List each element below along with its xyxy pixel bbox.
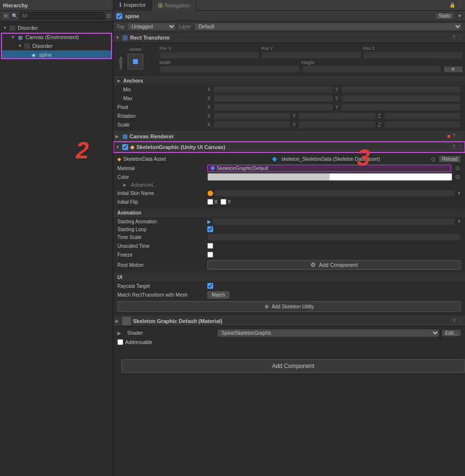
- rotation-xyz-group: X 0 Y 0 Z 0: [207, 112, 461, 120]
- skeleton-help-icon[interactable]: ?: [452, 144, 455, 150]
- flip-x-label[interactable]: X: [207, 199, 218, 205]
- skeleton-graphic-header[interactable]: ▼ ◆ SkeletonGraphic (Unity UI Canvas) ? …: [113, 142, 465, 152]
- unscaled-time-row: Unscaled Time: [113, 241, 465, 250]
- skeleton-material-header[interactable]: ▶ Skeleton Graphic Default (Material) ? …: [113, 316, 465, 326]
- list-item[interactable]: ▼ ⬛ Disorder: [1, 42, 112, 50]
- material-menu-icon[interactable]: ⋮: [458, 318, 463, 324]
- initial-skin-input[interactable]: default: [214, 190, 455, 197]
- color-swatch[interactable]: [207, 173, 452, 181]
- layer-select[interactable]: Default: [194, 22, 462, 31]
- flip-y-checkbox[interactable]: [221, 199, 226, 205]
- canvas-renderer-menu-icon[interactable]: ⋮: [458, 133, 463, 139]
- add-component-button[interactable]: Add Component: [121, 359, 465, 373]
- rect-transform-menu-icon[interactable]: ⋮: [458, 35, 463, 40]
- anchor-widget[interactable]: [128, 54, 143, 69]
- flip-y-label[interactable]: Y: [221, 199, 231, 205]
- pivot-label: Pivot: [117, 105, 205, 110]
- rotation-y-input[interactable]: 0: [298, 112, 376, 120]
- rotation-z-field: Z 0: [378, 112, 461, 120]
- hierarchy-panel: Hierarchy ⋮ + 🔍 ☰ ▼ ⬛ Disorder ▼ ▦ Canva…: [0, 0, 113, 476]
- list-item[interactable]: ▼ ▦ Canvas (Environment): [1, 33, 112, 42]
- rotation-x-input[interactable]: 0: [213, 112, 290, 120]
- pivot-x-field: X 0.5: [207, 104, 333, 111]
- blueprint-btn[interactable]: R: [443, 66, 463, 73]
- edit-shader-btn[interactable]: Edit...: [442, 329, 461, 337]
- addressable-checkbox[interactable]: [117, 339, 123, 345]
- tab-inspector[interactable]: ℹ Inspector: [113, 0, 152, 11]
- pos-x-input[interactable]: 0: [159, 51, 259, 59]
- ui-section: UI: [113, 273, 465, 281]
- hierarchy-menu-icon[interactable]: ⋮: [105, 2, 110, 8]
- pivot-row: Pivot X 0.5 Y 0.5: [113, 103, 465, 111]
- material-help-icon[interactable]: ?: [452, 318, 455, 324]
- scale-x-input[interactable]: 0.95: [213, 121, 290, 129]
- height-input[interactable]: 160: [302, 65, 442, 73]
- shader-select[interactable]: Spine/SkeletonGraphic: [217, 329, 440, 337]
- starting-loop-label: Starting Loop: [117, 227, 205, 232]
- object-enabled-checkbox[interactable]: [116, 13, 122, 19]
- pivot-xy-group: X 0.5 Y 0.5: [207, 104, 461, 111]
- skeleton-title: SkeletonGraphic (Unity UI Canvas): [136, 144, 450, 150]
- canvas-renderer-header[interactable]: ▶ ▦ Canvas Renderer ? ⋮: [113, 131, 465, 142]
- list-item[interactable]: ▼ ⬛ Disorder: [0, 23, 113, 32]
- inspector-lock-icon[interactable]: 🔒: [449, 2, 455, 8]
- material-field[interactable]: SkeletonGraphicDefault: [207, 165, 451, 172]
- rect-transform-header[interactable]: ▼ ⊞ Rect Transform ? ⋮: [113, 32, 465, 43]
- flip-x-checkbox[interactable]: [207, 199, 213, 205]
- advanced-row[interactable]: ▶ Advanced...: [113, 181, 465, 189]
- rect-transform-help-icon[interactable]: ?: [452, 35, 455, 40]
- skeleton-enabled-checkbox[interactable]: [122, 144, 128, 150]
- pos-z-input[interactable]: 0: [363, 51, 463, 59]
- static-badge[interactable]: Static: [435, 12, 454, 20]
- starting-loop-checkbox[interactable]: [207, 226, 213, 232]
- time-scale-row: Time Scale 1: [113, 233, 465, 241]
- add-skeleton-utility-btn[interactable]: ⚙ Add Skeleton Utility: [117, 301, 461, 312]
- canvas-renderer-help-icon[interactable]: ?: [452, 133, 455, 139]
- anchors-section-header[interactable]: ▶ Anchors: [113, 76, 465, 85]
- material-target-btn[interactable]: ⊙: [454, 165, 461, 172]
- advanced-foldout-icon: ▶: [123, 183, 128, 187]
- width-input[interactable]: 160: [159, 65, 300, 73]
- min-xy-group: X 0.5 Y 0.5: [207, 86, 461, 93]
- material-row: Material SkeletonGraphicDefault ⊙: [113, 164, 465, 173]
- inspector-menu-icon[interactable]: ⋮: [457, 2, 462, 8]
- unscaled-time-checkbox[interactable]: [207, 243, 213, 249]
- static-dropdown-icon[interactable]: ▼: [457, 13, 462, 19]
- rotation-label: Rotation: [117, 113, 205, 119]
- hierarchy-search-input[interactable]: [20, 12, 105, 20]
- min-y-input[interactable]: 0.5: [341, 86, 462, 93]
- list-item[interactable]: ◆ spine: [1, 50, 112, 59]
- hierarchy-add-btn[interactable]: +: [2, 12, 10, 20]
- material-dot: [211, 166, 215, 170]
- reload-btn[interactable]: Reload: [439, 155, 461, 163]
- starting-animation-input[interactable]: Idle01: [212, 218, 455, 225]
- scale-y-input[interactable]: 0.95: [298, 121, 376, 129]
- skeleton-material-body: ▶ Shader Spine/SkeletonGraphic Edit... A…: [113, 326, 465, 348]
- shader-expand-icon[interactable]: ▶: [117, 330, 125, 336]
- skeleton-body: ◆ SkeletonData Asset 🔷 skeleton_Skeleton…: [113, 152, 465, 316]
- freeze-checkbox[interactable]: [207, 252, 213, 258]
- expand-arrow-icon: ▼: [18, 43, 22, 48]
- pos-y-input[interactable]: 0: [261, 51, 361, 59]
- skeleton-icon: ◆: [130, 144, 134, 151]
- hierarchy-highlight-box: ▼ ▦ Canvas (Environment) ▼ ⬛ Disorder ◆ …: [1, 33, 112, 59]
- raycast-checkbox[interactable]: [207, 283, 213, 289]
- pivot-x-input[interactable]: 0.5: [213, 104, 333, 111]
- tab-navigation[interactable]: ⊞ Navigation: [152, 0, 197, 11]
- time-scale-label: Time Scale: [117, 235, 205, 240]
- root-motion-add-component-btn[interactable]: ⚙ Add Component: [207, 260, 461, 270]
- pivot-y-input[interactable]: 0.5: [341, 104, 462, 111]
- rotation-z-input[interactable]: 0: [384, 112, 461, 120]
- scale-z-input[interactable]: 1: [384, 121, 461, 129]
- match-btn[interactable]: Match: [207, 291, 229, 299]
- max-x-input[interactable]: 0.5: [213, 95, 333, 102]
- skeleton-menu-icon[interactable]: ⋮: [458, 144, 463, 150]
- tag-select[interactable]: Untagged: [127, 22, 176, 31]
- time-scale-input[interactable]: 1: [207, 234, 461, 241]
- skeleton-data-target-btn[interactable]: ⊙: [430, 156, 437, 163]
- max-y-input[interactable]: 0.5: [341, 95, 462, 102]
- color-picker-btn[interactable]: ⊙: [454, 173, 461, 180]
- gameobj-icon: ⬛: [23, 43, 30, 49]
- hierarchy-filter-icon[interactable]: ☰: [107, 13, 111, 19]
- min-x-input[interactable]: 0.5: [213, 86, 333, 93]
